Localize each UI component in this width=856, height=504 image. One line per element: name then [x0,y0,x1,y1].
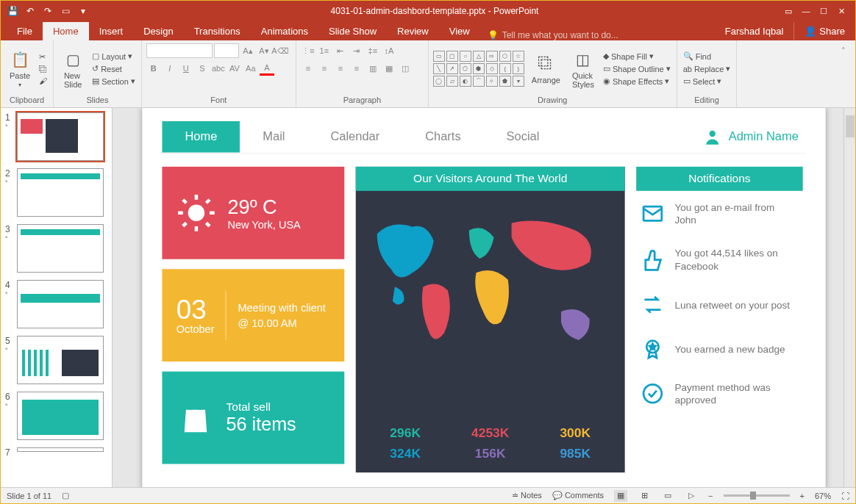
notif-text: Luna retweet on your post [674,298,790,312]
shape-fill-button[interactable]: ◆ Shape Fill ▾ [602,51,672,62]
notes-button[interactable]: ≐ Notes [512,491,542,500]
align-right-button[interactable]: ≡ [333,61,348,76]
tab-transitions[interactable]: Transitions [184,22,251,40]
reset-button[interactable]: ↺ Reset [90,63,137,74]
line-spacing-button[interactable]: ‡≡ [365,43,380,58]
thumbnail-7[interactable]: 7 [5,447,107,458]
maximize-icon[interactable]: ☐ [817,4,830,18]
columns-button[interactable]: ▥ [365,61,380,76]
account-name[interactable]: Farshad Iqbal [715,22,794,40]
tab-slideshow[interactable]: Slide Show [318,22,387,40]
new-slide-button[interactable]: ▢ New Slide [58,48,88,90]
tab-animations[interactable]: Animations [251,22,318,40]
shape-effects-label: Shape Effects [613,77,663,86]
tab-review[interactable]: Review [387,22,439,40]
zoom-in-button[interactable]: + [800,492,805,500]
numbering-button[interactable]: 1≡ [317,43,332,58]
smartart-button[interactable]: ◫ [398,61,413,76]
close-icon[interactable]: ✕ [835,4,848,18]
thumbnail-4[interactable]: 4* [5,280,107,328]
paste-button[interactable]: 📋 Paste ▾ [5,48,35,90]
strike-button[interactable]: S [195,61,210,76]
align-center-button[interactable]: ≡ [317,61,332,76]
minimize-icon[interactable]: — [799,4,813,18]
slide-canvas[interactable]: Home Mail Calendar Charts Social Admin N… [113,108,855,487]
thumbnail-2[interactable]: 2* [5,168,107,217]
ribbon-options-icon[interactable]: ▭ [782,4,795,18]
text-direction-button[interactable]: ↕A [382,43,396,58]
fit-to-window-icon[interactable]: ⛶ [841,492,849,500]
qat-more-icon[interactable]: ▾ [77,5,89,17]
nav-home[interactable]: Home [162,120,240,152]
indent-increase-button[interactable]: ⇥ [349,43,364,58]
bold-button[interactable]: B [146,61,161,76]
slide-content: Home Mail Calendar Charts Social Admin N… [142,108,825,487]
font-size-select[interactable] [214,43,239,58]
increase-font-icon[interactable]: A▴ [240,43,255,58]
shape-outline-button[interactable]: ▭ Shape Outline ▾ [602,63,672,74]
tab-home[interactable]: Home [43,22,89,40]
zoom-slider[interactable] [724,494,790,497]
admin-user[interactable]: Admin Name [703,127,806,145]
change-case-button[interactable]: Aa [243,61,258,76]
copy-button[interactable]: ⿻ [38,64,49,74]
slide-thumbnails[interactable]: 1* 2* 3* 4* 5* 6* 7 [1,108,113,487]
cut-button[interactable]: ✂ [38,51,49,62]
redo-icon[interactable]: ↷ [42,5,54,17]
reading-view-icon[interactable]: ▭ [661,490,674,502]
svg-point-0 [709,130,715,136]
save-icon[interactable]: 💾 [7,5,18,17]
align-text-button[interactable]: ▦ [382,61,396,76]
share-button[interactable]: 👤 Share [793,22,855,40]
align-left-button[interactable]: ≡ [301,61,315,76]
thumbnail-3[interactable]: 3* [5,224,107,273]
find-button[interactable]: 🔍 Find [682,51,732,62]
replace-button[interactable]: ab Replace ▾ [682,63,732,74]
layout-button[interactable]: ▢ Layout▾ [90,51,137,62]
start-from-beginning-icon[interactable]: ▭ [60,5,71,17]
undo-icon[interactable]: ↶ [24,5,36,17]
thumbnail-5[interactable]: 5* [5,336,107,384]
normal-view-icon[interactable]: ▦ [614,490,627,502]
sorter-view-icon[interactable]: ⊞ [638,490,651,502]
nav-social[interactable]: Social [484,120,563,152]
tab-insert[interactable]: Insert [89,22,134,40]
thumbnail-1[interactable]: 1* [5,112,107,161]
slide-counter[interactable]: Slide 1 of 11 [7,492,51,500]
slideshow-view-icon[interactable]: ▷ [685,490,698,502]
font-color-button[interactable]: A [260,61,274,76]
tell-me[interactable]: 💡 Tell me what you want to do... [480,30,626,40]
tab-file[interactable]: File [7,22,43,40]
svg-point-12 [643,384,662,403]
shapes-gallery[interactable]: ▭▢○△⇨⬡☆ ╲↗⬠⬢◇{} ◯▱◐⌒✧⬟▾ [433,51,524,87]
tab-view[interactable]: View [439,22,480,40]
nav-mail[interactable]: Mail [240,120,307,152]
shadow-button[interactable]: abc [211,61,226,76]
bullets-button[interactable]: ⋮≡ [301,43,315,58]
collapse-ribbon-icon[interactable]: ˄ [836,43,851,58]
spacing-button[interactable]: AV [227,61,242,76]
tab-design[interactable]: Design [133,22,183,40]
decrease-font-icon[interactable]: A▾ [257,43,271,58]
zoom-out-button[interactable]: − [708,492,713,500]
zoom-level[interactable]: 67% [815,492,831,500]
justify-button[interactable]: ≡ [349,61,364,76]
indent-decrease-button[interactable]: ⇤ [333,43,348,58]
thumbnail-6[interactable]: 6* [5,392,107,440]
quick-styles-button[interactable]: ◫ Quick Styles [568,48,599,90]
underline-button[interactable]: U [179,61,193,76]
shape-effects-button[interactable]: ◉ Shape Effects ▾ [602,76,672,87]
clear-format-icon[interactable]: A⌫ [273,43,288,58]
arrange-button[interactable]: ⿻ Arrange [527,52,565,86]
italic-button[interactable]: I [163,61,177,76]
format-painter-button[interactable]: 🖌 [38,76,49,86]
spell-check-icon[interactable]: ▢ [62,491,69,500]
section-button[interactable]: ▤ Section▾ [90,76,137,87]
nav-calendar[interactable]: Calendar [307,120,402,152]
vertical-scrollbar[interactable] [843,108,855,487]
share-icon: 👤 [805,26,816,37]
select-button[interactable]: ▭ Select ▾ [682,76,732,87]
nav-charts[interactable]: Charts [402,120,483,152]
comments-button[interactable]: 💬 Comments [552,491,604,500]
font-family-select[interactable] [146,43,213,58]
